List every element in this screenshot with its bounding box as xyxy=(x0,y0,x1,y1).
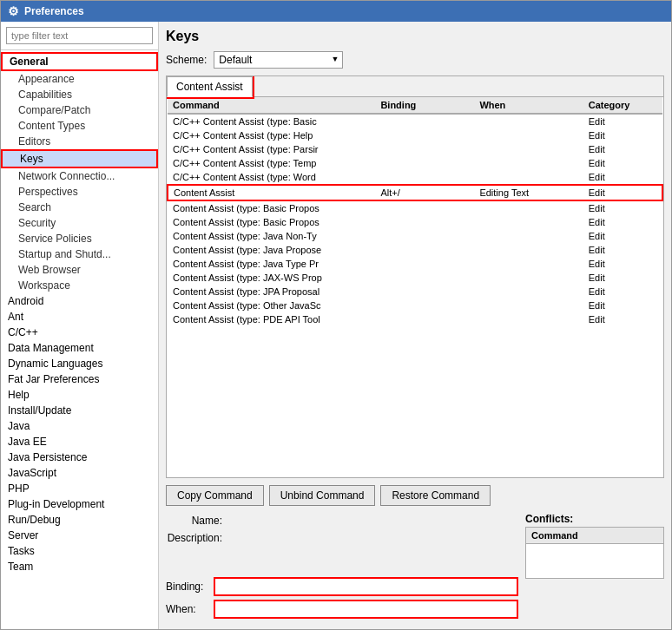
sidebar-item-network-connectio---[interactable]: Network Connectio... xyxy=(1,168,158,184)
table-row[interactable]: Content Assist (type: Java Non-TyEdit xyxy=(168,229,662,243)
sidebar-item-service-policies[interactable]: Service Policies xyxy=(1,231,158,246)
cell-binding xyxy=(375,271,474,285)
tab-header: Content Assist xyxy=(167,76,663,97)
sidebar-item-java-ee[interactable]: Java EE xyxy=(1,434,158,450)
table-row[interactable]: Content Assist (type: Other JavaScEdit xyxy=(168,299,662,312)
table-row[interactable]: C/C++ Content Assist (type: BasicEdit xyxy=(168,114,662,128)
panel-title: Keys xyxy=(166,29,664,44)
sidebar-item-editors[interactable]: Editors xyxy=(1,134,158,149)
bottom-right: Conflicts: Command xyxy=(525,513,664,622)
col-header-command: Command xyxy=(168,97,375,114)
search-box xyxy=(1,22,158,50)
sidebar-item-dynamic-languages[interactable]: Dynamic Languages xyxy=(1,356,158,371)
table-row[interactable]: Content Assist (type: Basic ProposEdit xyxy=(168,215,662,229)
sidebar-item-server[interactable]: Server xyxy=(1,528,158,543)
table-row[interactable]: Content Assist (type: Java Type PrEdit xyxy=(168,257,662,271)
restore-command-button[interactable]: Restore Command xyxy=(380,485,491,506)
table-row[interactable]: C/C++ Content Assist (type: HelpEdit xyxy=(168,128,662,142)
sidebar-item-plug-in-development[interactable]: Plug-in Development xyxy=(1,496,158,512)
cell-category: Edit xyxy=(583,257,662,271)
table-row[interactable]: Content Assist (type: PDE API ToolEdit xyxy=(168,312,662,326)
sidebar-item-c-c--[interactable]: C/C++ xyxy=(1,325,158,340)
cell-binding xyxy=(375,128,474,142)
sidebar-item-team[interactable]: Team xyxy=(1,559,158,574)
sidebar-item-android[interactable]: Android xyxy=(1,293,158,309)
title-bar: ⚙ Preferences xyxy=(1,1,671,22)
table-row[interactable]: Content AssistAlt+/Editing TextEdit xyxy=(168,185,662,200)
description-row: Description: xyxy=(166,530,518,574)
sidebar-item-help[interactable]: Help xyxy=(1,387,158,403)
sidebar-item-startup-and-shutd---[interactable]: Startup and Shutd... xyxy=(1,246,158,262)
table-wrapper[interactable]: Command Binding When Category C/C++ Cont… xyxy=(167,97,663,477)
window-title: Preferences xyxy=(24,5,84,17)
sidebar-item-general[interactable]: General xyxy=(1,52,158,71)
tab-content-assist[interactable]: Content Assist xyxy=(167,76,253,97)
table-row[interactable]: C/C++ Content Assist (type: WordEdit xyxy=(168,170,662,185)
sidebar-item-content-types[interactable]: Content Types xyxy=(1,118,158,134)
sidebar-item-security[interactable]: Security xyxy=(1,215,158,231)
cell-category: Edit xyxy=(583,243,662,257)
cell-when xyxy=(474,299,583,312)
sidebar-item-javascript[interactable]: JavaScript xyxy=(1,465,158,481)
cell-binding xyxy=(375,285,474,299)
table-row[interactable]: Content Assist (type: Java ProposeEdit xyxy=(168,243,662,257)
table-row[interactable]: Content Assist (type: JAX-WS PropEdit xyxy=(168,271,662,285)
sidebar-item-ant[interactable]: Ant xyxy=(1,309,158,325)
conflicts-label: Conflicts: xyxy=(525,513,664,525)
when-row: When: xyxy=(166,600,518,619)
copy-command-button[interactable]: Copy Command xyxy=(166,485,264,506)
cell-when xyxy=(474,156,583,170)
cell-command: C/C++ Content Assist (type: Parsir xyxy=(168,142,375,156)
cell-when xyxy=(474,243,583,257)
binding-input[interactable] xyxy=(214,577,518,596)
table-row[interactable]: C/C++ Content Assist (type: ParsirEdit xyxy=(168,142,662,156)
sidebar-item-compare-patch[interactable]: Compare/Patch xyxy=(1,102,158,118)
table-row[interactable]: Content Assist (type: Basic ProposEdit xyxy=(168,200,662,215)
table-row[interactable]: C/C++ Content Assist (type: TempEdit xyxy=(168,156,662,170)
search-input[interactable] xyxy=(6,27,153,44)
cell-command: Content Assist (type: JPA Proposal xyxy=(168,285,375,299)
cell-category: Edit xyxy=(583,312,662,326)
keys-table-body: C/C++ Content Assist (type: BasicEditC/C… xyxy=(168,114,662,326)
unbind-command-button[interactable]: Unbind Command xyxy=(269,485,376,506)
sidebar-item-search[interactable]: Search xyxy=(1,200,158,215)
cell-when xyxy=(474,128,583,142)
sidebar-item-appearance[interactable]: Appearance xyxy=(1,71,158,87)
scheme-row: Scheme: Default Emacs Microsoft Visual S… xyxy=(166,51,664,69)
bottom-left: Name: Description: Binding: When: xyxy=(166,513,518,622)
cell-category: Edit xyxy=(583,114,662,128)
sidebar-item-data-management[interactable]: Data Management xyxy=(1,340,158,356)
sidebar-item-capabilities[interactable]: Capabilities xyxy=(1,87,158,102)
cell-category: Edit xyxy=(583,229,662,243)
cell-when xyxy=(474,285,583,299)
cell-command: Content Assist (type: PDE API Tool xyxy=(168,312,375,326)
cell-command: C/C++ Content Assist (type: Word xyxy=(168,170,375,185)
sidebar-item-perspectives[interactable]: Perspectives xyxy=(1,184,158,200)
cell-command: Content Assist xyxy=(168,185,375,200)
when-input[interactable] xyxy=(214,600,518,619)
cell-category: Edit xyxy=(583,185,662,200)
sidebar-item-java-persistence[interactable]: Java Persistence xyxy=(1,450,158,465)
sidebar-item-run-debug[interactable]: Run/Debug xyxy=(1,512,158,528)
cell-category: Edit xyxy=(583,299,662,312)
cell-when xyxy=(474,312,583,326)
cell-category: Edit xyxy=(583,156,662,170)
sidebar-item-keys[interactable]: Keys xyxy=(1,149,158,168)
cell-when xyxy=(474,142,583,156)
sidebar-item-web-browser[interactable]: Web Browser xyxy=(1,262,158,278)
description-text[interactable] xyxy=(227,530,518,574)
conflicts-table: Command xyxy=(525,527,664,579)
sidebar-item-install-update[interactable]: Install/Update xyxy=(1,403,158,418)
table-row[interactable]: Content Assist (type: JPA ProposalEdit xyxy=(168,285,662,299)
cell-when xyxy=(474,114,583,128)
sidebar-tree: GeneralAppearanceCapabilitiesCompare/Pat… xyxy=(1,50,158,629)
cell-when: Editing Text xyxy=(474,185,583,200)
scheme-select[interactable]: Default Emacs Microsoft Visual Studio xyxy=(214,51,343,69)
sidebar-item-fat-jar-preferences[interactable]: Fat Jar Preferences xyxy=(1,371,158,387)
cell-when xyxy=(474,170,583,185)
sidebar-item-workspace[interactable]: Workspace xyxy=(1,278,158,293)
sidebar-item-java[interactable]: Java xyxy=(1,418,158,434)
sidebar-item-php[interactable]: PHP xyxy=(1,481,158,496)
sidebar-item-tasks[interactable]: Tasks xyxy=(1,543,158,559)
cell-when xyxy=(474,200,583,215)
